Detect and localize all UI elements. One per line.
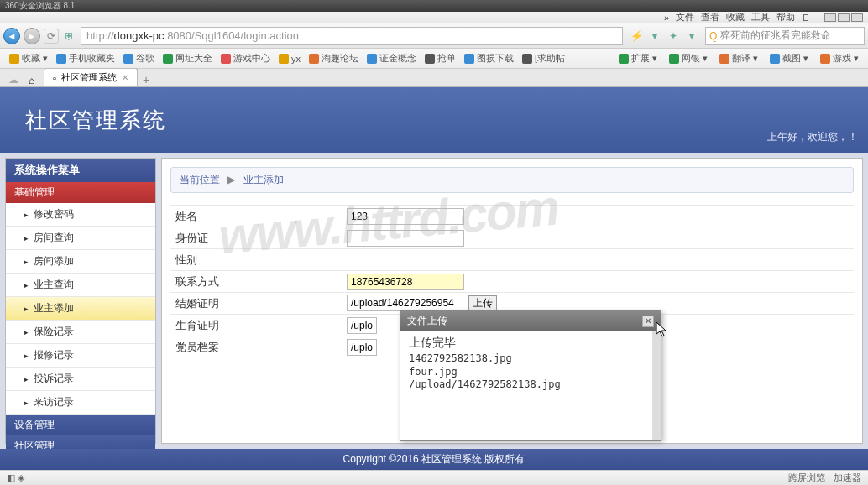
form-label: 联系方式	[170, 274, 347, 289]
form-label: 党员档案	[170, 340, 347, 355]
menu-item[interactable]: 房间查询	[6, 227, 155, 250]
reload-button[interactable]: ⟳	[44, 29, 59, 44]
address-actions: ⚡ ▾ ✦ ▾	[626, 29, 702, 43]
dialog-titlebar[interactable]: 文件上传 ✕	[400, 311, 661, 331]
breadcrumb-label: 当前位置	[180, 174, 220, 185]
upload-line: four.jpg	[409, 366, 644, 379]
menu-item[interactable]: 报修记录	[6, 344, 155, 368]
bookmark-item[interactable]: 抢单	[421, 52, 460, 65]
text-input[interactable]	[347, 295, 468, 311]
url-input[interactable]: http://dongxk-pc:8080/Sqgl1604/login.act…	[81, 27, 623, 45]
status-item[interactable]: 跨屏浏览	[788, 472, 825, 484]
browser-menu-bar: » 文件 查看 收藏 工具 帮助 🗌	[0, 12, 868, 23]
bookmark-item[interactable]: yx	[275, 54, 305, 64]
browser-status-bar: ◧ ◈ 跨屏浏览 加速器	[0, 470, 868, 485]
text-input[interactable]	[347, 317, 377, 334]
form-label: 性别	[170, 253, 347, 268]
dialog-title-text: 文件上传	[407, 314, 447, 328]
menu-item[interactable]: 修改密码	[6, 203, 155, 227]
app-header: 社区管理系统 上午好，欢迎您，！	[0, 87, 868, 153]
menu-view[interactable]: 查看	[701, 11, 719, 23]
url-host: dongxk-pc	[114, 29, 165, 42]
toolbar-item[interactable]: 网银 ▾	[665, 52, 712, 65]
minimize-button[interactable]	[824, 13, 836, 22]
form-value	[347, 208, 854, 225]
bookmark-item[interactable]: 游戏中心	[217, 52, 275, 65]
toolbar-item[interactable]: 截图 ▾	[766, 52, 813, 65]
maximize-button[interactable]	[838, 13, 850, 22]
status-item[interactable]: 加速器	[834, 472, 861, 484]
form-row: 性别	[170, 248, 854, 270]
dialog-body: 上传完毕 1462792582138.jpg four.jpg /upload/…	[400, 331, 661, 440]
toolbar-item[interactable]: 扩展 ▾	[614, 52, 661, 65]
tab-favicon: ▫	[53, 73, 56, 83]
menu-group[interactable]: 社区管理	[6, 435, 155, 449]
tabs-bar: ☁ ⌂ ▫ 社区管理系统 ✕ +	[0, 69, 868, 87]
app-title: 社区管理系统	[25, 106, 166, 135]
bookmark-item[interactable]: 谷歌	[119, 52, 159, 65]
menu-group[interactable]: 设备管理	[6, 415, 155, 435]
dialog-close-button[interactable]: ✕	[642, 316, 654, 327]
tab-title: 社区管理系统	[61, 71, 117, 84]
upload-dialog: 文件上传 ✕ 上传完毕 1462792582138.jpg four.jpg /…	[400, 310, 661, 441]
app-footer: Copyright ©2016 社区管理系统 版权所有	[0, 449, 868, 470]
sidebar-title: 系统操作菜单	[6, 159, 155, 182]
bookmark-item[interactable]: 网址大全	[159, 52, 217, 65]
menu-help[interactable]: 帮助	[776, 11, 795, 23]
text-input[interactable]	[347, 208, 464, 225]
toolbar-item[interactable]: 翻译 ▾	[715, 52, 762, 65]
cloud-icon[interactable]: ☁	[5, 73, 22, 86]
tab-close-button[interactable]: ✕	[122, 73, 128, 82]
forward-button[interactable]: ►	[24, 28, 40, 44]
menu-chevrons[interactable]: »	[664, 13, 669, 23]
menu-tools[interactable]: 工具	[751, 11, 770, 23]
upload-button[interactable]: 上传	[468, 295, 497, 312]
back-button[interactable]: ◄	[3, 28, 20, 44]
menu-item[interactable]: 房间添加	[6, 250, 155, 274]
bookmark-item[interactable]: 手机收藏夹	[52, 52, 119, 65]
tab-active[interactable]: ▫ 社区管理系统 ✕	[44, 68, 138, 86]
new-tab-button[interactable]: +	[143, 73, 149, 86]
bookmark-item[interactable]: [求助帖	[518, 52, 569, 65]
menu-group[interactable]: 基础管理	[6, 182, 155, 203]
compat-icon[interactable]: ▾	[648, 29, 661, 43]
toolbar-item[interactable]: 游戏 ▾	[816, 52, 863, 65]
form-label: 生育证明	[170, 318, 347, 333]
menu-item[interactable]: 投诉记录	[6, 368, 155, 391]
close-button[interactable]	[851, 13, 863, 22]
menu-item[interactable]: 保险记录	[6, 321, 155, 344]
text-input[interactable]	[347, 339, 377, 356]
menu-item[interactable]: 业主查询	[6, 274, 155, 297]
breadcrumb-page: 业主添加	[243, 174, 284, 185]
breadcrumb: 当前位置 ▶ 业主添加	[170, 167, 854, 193]
url-scheme: http://	[86, 29, 114, 42]
form-label: 身份证	[170, 231, 347, 246]
bookmark-item[interactable]: 图损下载	[460, 52, 518, 65]
form-row: 身份证	[170, 227, 854, 248]
shield-icon: ⛨	[62, 29, 77, 44]
search-input[interactable]: Q 猝死前的征兆看完能救命	[705, 27, 865, 45]
form-label: 姓名	[170, 209, 347, 224]
menu-item[interactable]: 来访记录	[6, 391, 155, 415]
bookmark-item[interactable]: 淘趣论坛	[305, 52, 363, 65]
address-bar: ◄ ► ⟳ ⛨ http://dongxk-pc:8080/Sqgl1604/l…	[0, 23, 868, 49]
breadcrumb-sep: ▶	[227, 174, 235, 185]
bolt-icon[interactable]: ✦	[667, 29, 680, 43]
form-row: 姓名	[170, 205, 854, 227]
form-value: 上传	[347, 295, 854, 312]
home-icon[interactable]: ⌂	[29, 75, 44, 86]
search-icon: Q	[709, 30, 717, 42]
menu-fav[interactable]: 收藏	[726, 11, 745, 23]
text-input[interactable]	[347, 274, 464, 290]
text-input[interactable]	[347, 230, 464, 247]
dropdown-icon[interactable]: ▾	[685, 29, 698, 43]
bookmark-item[interactable]: 证金概念	[363, 52, 421, 65]
url-path: :8080/Sqgl1604/login.action	[165, 29, 299, 42]
menu-item[interactable]: 业主添加	[6, 297, 155, 321]
bookmark-item[interactable]: 收藏 ▾	[5, 52, 52, 65]
menu-file[interactable]: 文件	[676, 11, 694, 23]
status-left: ◧ ◈	[7, 472, 24, 483]
speed-icon[interactable]: ⚡	[630, 29, 643, 43]
welcome-text: 上午好，欢迎您，！	[767, 130, 858, 144]
upload-line: 1462792582138.jpg	[409, 352, 644, 366]
